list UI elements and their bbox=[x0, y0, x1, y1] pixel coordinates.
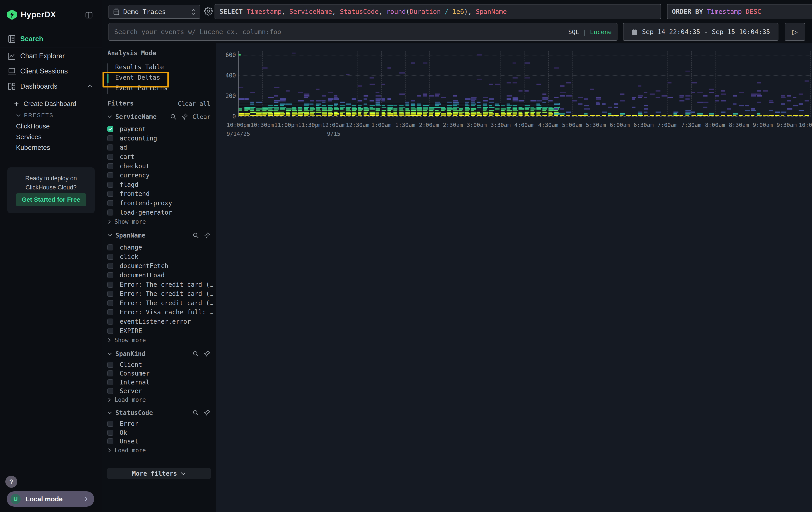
run-query-button[interactable]: ▷ bbox=[785, 23, 805, 41]
checkbox[interactable] bbox=[107, 438, 113, 444]
checkbox[interactable] bbox=[107, 388, 113, 394]
checkbox[interactable] bbox=[107, 421, 113, 427]
filter-checkbox-row[interactable]: Error: The credit card (… bbox=[102, 289, 216, 298]
filter-checkbox-row[interactable]: payment bbox=[102, 125, 216, 134]
checkbox[interactable] bbox=[107, 154, 113, 160]
checkbox[interactable] bbox=[107, 172, 113, 178]
heatmap-canvas[interactable] bbox=[238, 51, 810, 116]
checkbox[interactable] bbox=[107, 254, 113, 260]
sql-toggle[interactable]: SQL bbox=[568, 28, 579, 35]
checkbox[interactable] bbox=[107, 328, 113, 334]
checkbox[interactable] bbox=[107, 281, 113, 288]
lucene-toggle[interactable]: Lucene bbox=[590, 28, 612, 35]
checkbox[interactable] bbox=[107, 191, 113, 197]
events-heatmap-chart[interactable]: 6004002000 10:00pm10:30pm11:00pm11:30pm1… bbox=[216, 44, 812, 512]
chevron-down-icon[interactable] bbox=[107, 352, 112, 355]
filter-checkbox-row[interactable]: change bbox=[102, 243, 216, 252]
filter-checkbox-row[interactable]: Unset bbox=[102, 437, 216, 446]
sql-select-editor[interactable]: SELECT Timestamp, ServiceName, StatusCod… bbox=[214, 4, 661, 19]
pin-icon[interactable] bbox=[181, 113, 188, 120]
filter-checkbox-row[interactable]: Error bbox=[102, 420, 216, 428]
filter-checkbox-row[interactable]: eventListener.error bbox=[102, 317, 216, 326]
analysis-mode-event-deltas[interactable]: Event Deltas bbox=[109, 73, 202, 82]
filter-checkbox-row[interactable]: cart bbox=[102, 152, 216, 162]
checkbox[interactable] bbox=[107, 163, 113, 169]
checkbox[interactable] bbox=[107, 300, 113, 306]
get-started-button[interactable]: Get Started for Free bbox=[16, 193, 86, 206]
sidebar-item-chart-explorer[interactable]: Chart Explorer bbox=[0, 50, 102, 62]
pin-icon[interactable] bbox=[204, 232, 210, 239]
filter-checkbox-row[interactable]: load-generator bbox=[102, 208, 216, 217]
collapse-sidebar-icon[interactable] bbox=[85, 11, 93, 21]
checkbox[interactable] bbox=[107, 362, 113, 368]
checkbox[interactable] bbox=[107, 309, 113, 315]
filter-checkbox-row[interactable]: EXPIRE bbox=[102, 326, 216, 335]
filter-checkbox-row[interactable]: flagd bbox=[102, 180, 216, 189]
sidebar-item-dashboards[interactable]: Dashboards bbox=[0, 80, 102, 92]
checkbox[interactable] bbox=[107, 210, 113, 215]
analysis-mode-event-patterns[interactable]: Event Patterns bbox=[109, 83, 202, 92]
pin-icon[interactable] bbox=[204, 409, 210, 416]
filter-checkbox-row[interactable]: Consumer bbox=[102, 369, 216, 378]
chevron-down-icon[interactable] bbox=[107, 411, 112, 414]
filter-checkbox-row[interactable]: Error: The credit card (… bbox=[102, 298, 216, 308]
pin-icon[interactable] bbox=[204, 350, 210, 357]
checkbox[interactable] bbox=[107, 200, 113, 206]
analysis-mode-results-table[interactable]: Results Table bbox=[109, 62, 202, 72]
search-icon[interactable] bbox=[192, 232, 199, 239]
filter-checkbox-row[interactable]: Server bbox=[102, 387, 216, 395]
checkbox[interactable] bbox=[107, 244, 113, 250]
search-icon[interactable] bbox=[192, 409, 199, 416]
show-more-button[interactable]: Load more bbox=[102, 395, 216, 404]
filter-checkbox-row[interactable]: click bbox=[102, 252, 216, 262]
filter-checkbox-row[interactable]: Ok bbox=[102, 428, 216, 437]
filter-checkbox-row[interactable]: Error: Visa cache full: … bbox=[102, 308, 216, 317]
presets-toggle[interactable]: PRESETS bbox=[0, 111, 102, 120]
search-input[interactable] bbox=[114, 28, 568, 36]
show-more-button[interactable]: Show more bbox=[102, 217, 216, 226]
chevron-down-icon[interactable] bbox=[107, 234, 112, 237]
checkbox[interactable] bbox=[107, 319, 113, 325]
filter-checkbox-row[interactable]: accounting bbox=[102, 134, 216, 143]
more-filters-button[interactable]: More filters bbox=[107, 468, 211, 479]
sidebar-item-kubernetes[interactable]: Kubernetes bbox=[0, 143, 102, 152]
settings-gear-icon[interactable] bbox=[204, 7, 213, 17]
checkbox[interactable] bbox=[107, 182, 113, 188]
filter-checkbox-row[interactable]: frontend-proxy bbox=[102, 198, 216, 208]
source-select[interactable]: Demo Traces bbox=[109, 5, 200, 19]
help-button[interactable]: ? bbox=[5, 476, 17, 488]
show-more-button[interactable]: Load more bbox=[102, 446, 216, 455]
user-menu[interactable]: U Local mode bbox=[7, 491, 94, 507]
filter-checkbox-row[interactable]: currency bbox=[102, 171, 216, 180]
sidebar-item-search[interactable]: Search bbox=[0, 33, 102, 45]
checkbox[interactable] bbox=[107, 135, 113, 141]
checkbox[interactable] bbox=[107, 371, 113, 376]
filter-checkbox-row[interactable]: documentFetch bbox=[102, 261, 216, 271]
checkbox[interactable] bbox=[107, 291, 113, 297]
sidebar-item-client-sessions[interactable]: Client Sessions bbox=[0, 65, 102, 78]
filter-checkbox-row[interactable]: frontend bbox=[102, 189, 216, 198]
create-dashboard-button[interactable]: Create Dashboard bbox=[0, 99, 102, 109]
checkbox-checked[interactable] bbox=[107, 126, 113, 132]
filter-checkbox-row[interactable]: Internal bbox=[102, 378, 216, 387]
sidebar-item-clickhouse[interactable]: ClickHouse bbox=[0, 122, 102, 131]
checkbox[interactable] bbox=[107, 272, 113, 278]
filter-checkbox-row[interactable]: checkout bbox=[102, 161, 216, 171]
filter-checkbox-row[interactable]: documentLoad bbox=[102, 271, 216, 280]
clear-group-button[interactable]: Clear bbox=[193, 113, 210, 120]
checkbox[interactable] bbox=[107, 379, 113, 385]
checkbox[interactable] bbox=[107, 263, 113, 269]
chevron-down-icon[interactable] bbox=[107, 115, 112, 118]
checkbox[interactable] bbox=[107, 430, 113, 436]
query-language-toggle[interactable]: SQL | Lucene bbox=[568, 28, 612, 35]
filter-checkbox-row[interactable]: ad bbox=[102, 143, 216, 152]
filter-checkbox-row[interactable]: Client bbox=[102, 360, 216, 369]
time-range-picker[interactable]: Sep 14 22:04:35 - Sep 15 10:04:35 bbox=[623, 23, 778, 41]
chevron-up-icon[interactable] bbox=[87, 84, 93, 88]
checkbox[interactable] bbox=[107, 144, 113, 151]
order-by-editor[interactable]: ORDER BY Timestamp DESC bbox=[667, 4, 812, 19]
search-icon[interactable] bbox=[192, 350, 199, 357]
search-icon[interactable] bbox=[170, 113, 177, 120]
filter-checkbox-row[interactable]: Error: The credit card (… bbox=[102, 280, 216, 289]
sidebar-item-services[interactable]: Services bbox=[0, 132, 102, 141]
